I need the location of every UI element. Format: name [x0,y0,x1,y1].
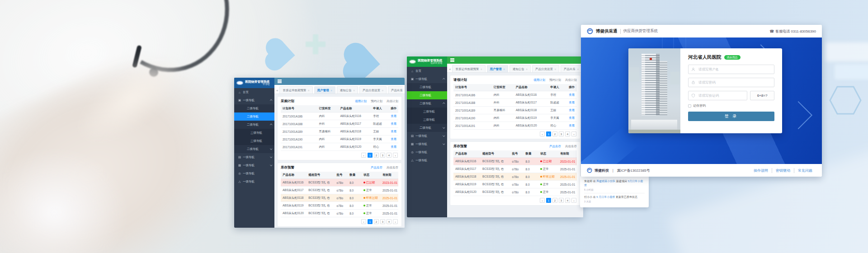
view-link[interactable]: 查看 [567,107,577,114]
card-link[interactable]: 产品库存 [549,145,561,149]
sidebar-item[interactable]: 二级导航 [234,121,274,129]
username-field[interactable] [688,65,774,74]
sidebar-item-label: 三级导航 [423,118,435,122]
password-field[interactable] [688,78,774,87]
footer-link[interactable]: 常见问题 [794,168,816,173]
card-link[interactable]: 高值库存 [387,166,398,170]
feed-link[interactable]: 5 月日常小需求 [596,196,615,198]
tab[interactable]: 资质证件效期预警 ○ [452,65,485,72]
tab[interactable]: 用户管理 ○ [487,65,508,72]
sidebar-item[interactable]: ▦ 一级导航 [407,140,447,148]
card-link[interactable]: 产品库存 [371,166,382,170]
sidebar-item[interactable]: 二级导航 [407,124,447,132]
page-button[interactable]: ‹ [361,219,366,224]
card-title: 请领计划 [453,78,467,82]
tab[interactable]: 产品分类设置 ○ [359,86,387,94]
page-button[interactable]: 2 [374,219,379,224]
menu-fold-icon[interactable] [450,60,454,60]
card-link[interactable]: 预约计划 [371,99,382,103]
tab[interactable]: 用户管理 ○ [314,86,335,94]
login-button[interactable]: 登 录 [688,112,774,121]
page-button[interactable]: ‹ [361,153,366,158]
sidebar-item[interactable]: ⌂ 首页 [234,88,274,96]
remember-checkbox[interactable] [688,104,691,108]
sidebar-item[interactable]: ⌂ 首页 [407,67,447,75]
view-link[interactable]: 查看 [389,128,398,136]
password-input[interactable] [698,80,771,85]
page-button[interactable]: ‹ [540,131,545,136]
page-button[interactable]: 4 [387,219,392,224]
page-button[interactable]: › [571,198,576,203]
footer-link[interactable]: 操作说明 [750,168,772,173]
sidebar-item[interactable]: △ 一级导航 [407,156,447,164]
page-button[interactable]: 4 [387,153,392,158]
view-link[interactable]: 查看 [389,120,398,128]
view-link[interactable]: 查看 [567,114,577,122]
page-button[interactable]: 1 [546,131,551,136]
card-link[interactable]: 预约计划 [549,78,561,82]
footer-link[interactable]: 密钥驱动 [772,168,794,173]
page-button[interactable]: 3 [380,219,385,224]
page-button[interactable]: ‹ [540,198,545,203]
page-button[interactable]: 4 [565,198,570,203]
sidebar-item-icon: ▣ [410,77,414,81]
view-link[interactable]: 查看 [567,99,577,107]
tabs-collapse-icon[interactable]: « [449,67,452,72]
view-link[interactable]: 查看 [389,143,398,151]
page-button[interactable]: 1 [546,198,551,203]
sidebar-item[interactable]: 二级导航 [234,112,274,121]
card-link[interactable]: 高值库存 [565,145,577,149]
menu-fold-icon[interactable] [278,81,282,81]
tab[interactable]: 资质证件效期预警 ○ [279,86,312,94]
page-button[interactable]: 2 [374,153,379,158]
card-link[interactable]: 领用计划 [533,78,545,82]
page-button[interactable]: 2 [552,198,557,203]
sidebar-item[interactable]: 二级导航 [407,91,447,99]
sidebar-item[interactable]: ▤ 一级导航 [407,132,447,140]
username-input[interactable] [698,67,771,72]
sidebar-item[interactable]: 三级导航 [234,129,274,137]
card-link[interactable]: 领用计划 [355,99,367,103]
tab[interactable]: 通知公告 ○ [509,65,531,72]
captcha-question[interactable]: 6+8=? [750,91,774,100]
page-button[interactable]: › [393,153,398,158]
captcha-input[interactable] [698,93,744,98]
separator: ｜ [611,168,615,173]
page-button[interactable]: › [393,219,398,224]
captcha-field[interactable] [688,91,747,100]
sidebar-item[interactable]: ◎ 一级导航 [234,169,274,178]
card-link[interactable]: 高值计划 [565,78,577,82]
page-button[interactable]: 1 [368,153,373,158]
page-button[interactable]: 3 [380,153,385,158]
page-button[interactable]: 2 [552,131,557,136]
view-link[interactable]: 查看 [567,91,577,99]
sidebar-item[interactable]: ▤ 一级导航 [234,153,274,161]
sidebar-item[interactable]: 二级导航 [407,99,447,108]
sidebar-item[interactable]: ▦ 一级导航 [234,161,274,169]
sidebar-item[interactable]: ▣ 一级导航 [234,96,274,104]
view-link[interactable]: 查看 [389,136,398,143]
page-button[interactable]: 3 [559,198,564,203]
view-link[interactable]: 查看 [389,112,398,120]
sidebar-item[interactable]: ◎ 一级导航 [407,148,447,156]
page-button[interactable]: › [571,131,576,136]
tab[interactable]: 产品出库 ○ [561,65,581,72]
sidebar-item[interactable]: 三级导航 [407,116,447,124]
sidebar-item[interactable]: △ 一级导航 [234,178,274,186]
sidebar-item[interactable]: 二级导航 [234,145,274,153]
card-link[interactable]: 高值计划 [387,99,398,103]
tab[interactable]: 产品出库 ○ [388,86,403,94]
tab[interactable]: 通知公告 ○ [337,86,358,94]
page-button[interactable]: 4 [565,131,570,136]
feed-link[interactable]: 风健精英小分队 [596,180,615,183]
page-button[interactable]: 3 [559,131,564,136]
page-button[interactable]: 1 [368,219,373,224]
sidebar-item[interactable]: ▣ 一级导航 [407,75,447,83]
view-link[interactable]: 查看 [567,122,577,130]
sidebar-item[interactable]: 三级导航 [234,137,274,145]
sidebar-item[interactable]: 三级导航 [407,108,447,116]
sidebar-item[interactable]: 二级导航 [234,104,274,112]
tabs-collapse-icon[interactable]: « [276,89,279,94]
tab[interactable]: 产品分类设置 ○ [532,65,559,72]
sidebar-item[interactable]: 二级导航 [407,83,447,91]
